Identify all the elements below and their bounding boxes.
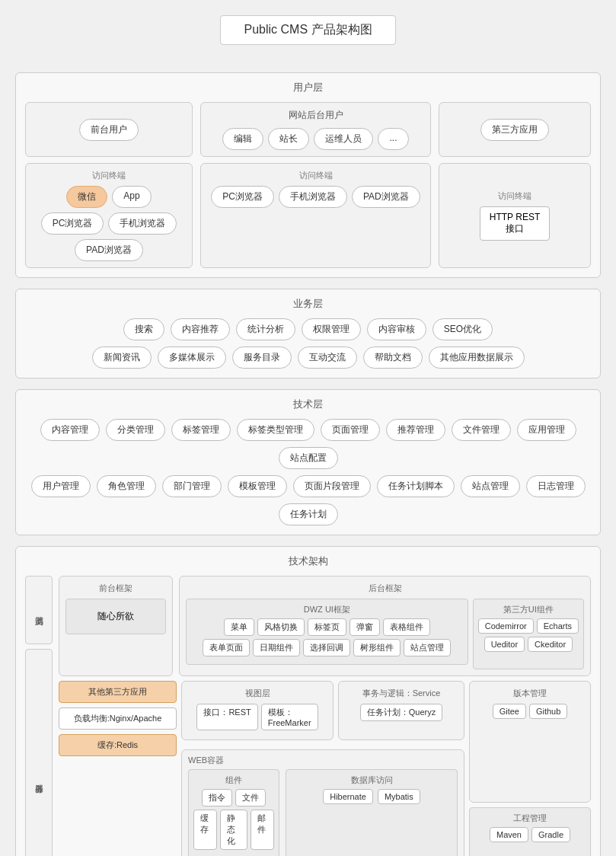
project-frame: 工程管理 Maven Gradle (469, 807, 591, 856)
redis-chip: 缓存:Redis (59, 734, 177, 756)
db-access-title: 数据库访问 (291, 775, 452, 786)
pad-browser-1: PAD浏览器 (75, 239, 143, 261)
tech-template-mgmt: 模板管理 (228, 475, 287, 497)
tech-tag-mgmt: 标签管理 (171, 419, 231, 441)
file-chip: 文件 (235, 789, 266, 806)
app-chip: App (112, 186, 151, 208)
view-frame: 视图层 接口：REST 模板：FreeMarker (181, 681, 334, 740)
view-label: 视图层 (188, 688, 327, 699)
role-ops: 运维人员 (314, 128, 373, 150)
access-1-title: 访问终端 (34, 170, 184, 181)
website-admin-title: 网站后台用户 (209, 109, 423, 122)
ueditor: Ueditor (484, 637, 525, 652)
web-container: WEB容器 组件 指令 文件 缓 (181, 749, 464, 856)
pc-browser-2: PC浏览器 (211, 186, 274, 208)
front-frame-content: 随心所欲 (97, 611, 134, 621)
ckeditor: Ckeditor (528, 637, 573, 652)
role-more: ... (378, 128, 408, 150)
role-webmaster: 站长 (268, 128, 309, 150)
arch-layer-section: 技术架构 浏览器 服务器 前台框架 随心所欲 (15, 546, 601, 856)
business-layer-title: 业务层 (25, 297, 591, 311)
dwz-table: 表格组件 (383, 618, 430, 636)
arch-layer-title: 技术架构 (25, 554, 591, 568)
codemirror: Codemirror (478, 618, 534, 634)
order-chip: 邮件 (251, 810, 274, 850)
tech-category-mgmt: 分类管理 (106, 419, 165, 441)
business-layer-section: 业务层 搜索 内容推荐 统计分析 权限管理 内容审核 SEO优化 新闻资讯 多媒… (15, 289, 601, 378)
dwz-dialog: 弹窗 (349, 618, 380, 636)
tech-log-mgmt: 日志管理 (526, 475, 586, 497)
biz-recommend: 内容推荐 (171, 318, 230, 340)
dwz-style: 风格切换 (257, 618, 305, 636)
access-col-1: 访问终端 微信 App PC浏览器 手机浏览器 PAD浏览器 (25, 163, 193, 268)
component-frame: 组件 指令 文件 缓存 静态化 邮件 (188, 769, 279, 856)
static-chip: 静态化 (220, 810, 248, 850)
tech-app-mgmt: 应用管理 (517, 419, 576, 441)
other-third-chip: 其他第三方应用 (59, 681, 177, 703)
command-chip: 指令 (202, 789, 232, 806)
biz-service: 服务目录 (232, 347, 292, 369)
tech-layer-title: 技术层 (25, 398, 591, 411)
access-col-3: 访问终端 HTTP REST接口 (439, 163, 591, 268)
wechat-chip: 微信 (66, 186, 107, 208)
biz-media: 多媒体展示 (158, 347, 226, 369)
dwz-tab: 标签页 (308, 618, 346, 636)
version-frame: 版本管理 Gitee Github (469, 681, 591, 803)
tech-layer-section: 技术层 内容管理 分类管理 标签管理 标签类型管理 页面管理 推荐管理 文件管理… (15, 389, 601, 535)
website-admin-col: 网站后台用户 编辑 站长 运维人员 ... (200, 102, 431, 157)
project-label: 工程管理 (474, 813, 586, 824)
github-chip: Github (529, 704, 567, 719)
dwz-menu: 菜单 (224, 618, 254, 636)
front-frame: 前台框架 随心所欲 (59, 576, 173, 676)
tech-site-mgmt: 站点管理 (461, 475, 520, 497)
echarts: Echarts (537, 618, 579, 634)
gitee-chip: Gitee (493, 704, 526, 719)
biz-other: 其他应用数据展示 (429, 347, 525, 369)
third-app-col: 第三方应用 (439, 102, 591, 157)
biz-search: 搜索 (123, 318, 164, 340)
tech-file-mgmt: 文件管理 (452, 419, 511, 441)
biz-permission: 权限管理 (302, 318, 361, 340)
maven-chip: Maven (490, 827, 528, 842)
back-frame-label: 后台框架 (186, 583, 584, 594)
tech-task-script: 任务计划脚本 (377, 475, 455, 497)
page-title: Public CMS 产品架构图 (220, 15, 395, 45)
pc-browser-1: PC浏览器 (41, 212, 104, 235)
service-label: 事务与逻辑：Service (345, 688, 458, 699)
access-col-2: 访问终端 PC浏览器 手机浏览器 PAD浏览器 (200, 163, 431, 268)
user-layer-section: 用户层 前台用户 网站后台用户 编辑 站长 运维人员 ... 第三方应用 (15, 72, 601, 278)
rest-chip: 接口：REST (196, 704, 257, 730)
tech-site-config: 站点配置 (279, 447, 338, 469)
biz-news: 新闻资讯 (92, 347, 152, 369)
tech-page-fragment: 页面片段管理 (293, 475, 371, 497)
gradle-chip: Gradle (531, 827, 570, 842)
tech-content-mgmt: 内容管理 (40, 419, 100, 441)
component-title: 组件 (193, 775, 274, 786)
tech-role-mgmt: 角色管理 (97, 475, 156, 497)
biz-review: 内容审核 (367, 318, 426, 340)
dwz-tree: 树形组件 (353, 639, 401, 656)
pad-browser-2: PAD浏览器 (352, 186, 420, 208)
biz-stats: 统计分析 (236, 318, 295, 340)
tech-page-mgmt: 页面管理 (321, 419, 380, 441)
browser-label: 浏览器 (25, 576, 53, 644)
task-chip: 任务计划：Queryz (360, 704, 442, 721)
front-frame-label: 前台框架 (65, 583, 166, 594)
dwz-frame: DWZ UI框架 菜单 风格切换 标签页 弹窗 表格组件 表单页面 (186, 599, 468, 665)
tech-user-mgmt: 用户管理 (31, 475, 91, 497)
web-container-label: WEB容器 (188, 755, 458, 766)
access-2-title: 访问终端 (209, 170, 423, 181)
dwz-form: 表单页面 (203, 639, 250, 656)
biz-help: 帮助文档 (363, 347, 423, 369)
tech-dept-mgmt: 部门管理 (162, 475, 222, 497)
hibernate-chip: Hibernate (323, 789, 373, 804)
third-app-chip: 第三方应用 (480, 119, 549, 141)
third-ui-frame: 第三方UI组件 Codemirror Echarts Ueditor Ckedi… (473, 599, 584, 669)
http-rest-chip: HTTP REST接口 (480, 206, 550, 241)
user-layer-title: 用户层 (25, 81, 591, 94)
freemarker-chip: 模板：FreeMarker (261, 704, 318, 730)
cache-chip: 缓存 (193, 810, 217, 850)
dwz-title: DWZ UI框架 (191, 604, 463, 615)
server-label: 服务器 (25, 649, 53, 856)
mybatis-chip: Mybatis (378, 789, 420, 804)
